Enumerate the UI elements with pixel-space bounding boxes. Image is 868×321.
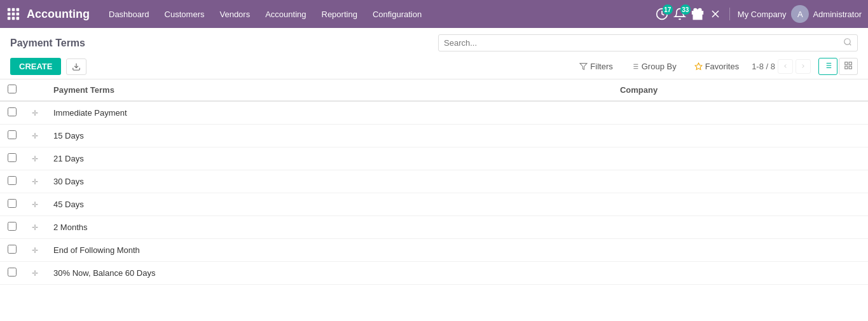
- close-icon[interactable]: [709, 8, 722, 20]
- groupby-button[interactable]: Group By: [626, 59, 682, 74]
- view-toggle: [818, 58, 858, 75]
- gift-icon[interactable]: [691, 8, 704, 20]
- table-row[interactable]: ✛ 30% Now, Balance 60 Days: [0, 262, 868, 285]
- row-checkbox[interactable]: [8, 107, 17, 116]
- table-header-row: Payment Terms Company: [0, 79, 868, 101]
- pagination-text: 1-8 / 8: [752, 62, 775, 71]
- row-checkbox[interactable]: [8, 176, 17, 185]
- menu-reporting[interactable]: Reporting: [315, 6, 364, 23]
- page-header: Payment Terms: [0, 28, 868, 54]
- bell-badge[interactable]: 33: [673, 8, 686, 20]
- pagination-prev[interactable]: [778, 59, 793, 74]
- table-row[interactable]: ✛ 15 Days: [0, 125, 868, 147]
- drag-handle-icon[interactable]: ✛: [32, 223, 38, 232]
- row-checkbox[interactable]: [8, 245, 17, 254]
- row-checkbox-cell: [0, 216, 24, 239]
- row-payment-term-name: End of Following Month: [46, 239, 612, 262]
- svg-rect-5: [17, 13, 20, 16]
- svg-point-14: [844, 39, 850, 44]
- drag-handle-icon[interactable]: ✛: [32, 246, 38, 255]
- search-bar: [438, 34, 858, 51]
- header-company: Company: [612, 79, 868, 101]
- row-checkbox[interactable]: [8, 153, 17, 162]
- topnav: Accounting Dashboard Customers Vendors A…: [0, 0, 868, 28]
- table-row[interactable]: ✛ 21 Days: [0, 147, 868, 170]
- row-checkbox[interactable]: [8, 222, 17, 231]
- row-checkbox-cell: [0, 170, 24, 193]
- topnav-right: 17 33 My Company A Administrator: [656, 5, 862, 23]
- apps-menu-button[interactable]: [6, 7, 20, 21]
- row-checkbox[interactable]: [8, 199, 17, 208]
- row-checkbox-cell: [0, 147, 24, 170]
- favorites-label: Favorites: [705, 62, 739, 71]
- menu-vendors[interactable]: Vendors: [213, 6, 256, 23]
- download-button[interactable]: [66, 58, 86, 75]
- svg-rect-1: [12, 8, 15, 11]
- row-payment-term-name: 30 Days: [46, 170, 612, 193]
- svg-rect-8: [17, 17, 20, 20]
- toolbar-right: Filters Group By Favorites 1-8 / 8: [574, 58, 858, 75]
- row-company: [612, 147, 868, 170]
- drag-handle-icon[interactable]: ✛: [32, 132, 38, 140]
- create-button[interactable]: CREATE: [10, 58, 61, 75]
- row-company: [612, 170, 868, 193]
- search-icon: [843, 38, 852, 48]
- svg-rect-3: [8, 13, 11, 16]
- svg-rect-32: [849, 62, 851, 65]
- menu-dashboard[interactable]: Dashboard: [102, 6, 156, 23]
- menu-accounting[interactable]: Accounting: [259, 6, 312, 23]
- header-drag-cell: [24, 79, 46, 101]
- pagination-next[interactable]: [796, 59, 811, 74]
- user-name: Administrator: [813, 10, 862, 19]
- brand-title: Accounting: [27, 8, 90, 21]
- row-drag-cell: ✛: [24, 170, 46, 193]
- drag-handle-icon[interactable]: ✛: [32, 109, 38, 118]
- drag-handle-icon[interactable]: ✛: [32, 200, 38, 209]
- row-checkbox[interactable]: [8, 130, 17, 139]
- page-title: Payment Terms: [10, 38, 85, 49]
- svg-rect-0: [8, 8, 11, 11]
- favorites-button[interactable]: Favorites: [689, 59, 744, 74]
- avatar: A: [791, 5, 809, 23]
- header-payment-terms: Payment Terms: [46, 79, 612, 101]
- menu-configuration[interactable]: Configuration: [366, 6, 428, 23]
- row-payment-term-name: 45 Days: [46, 193, 612, 216]
- row-company: [612, 101, 868, 125]
- row-checkbox-cell: [0, 239, 24, 262]
- header-checkbox-cell: [0, 79, 24, 101]
- row-checkbox-cell: [0, 101, 24, 125]
- svg-rect-31: [845, 62, 848, 65]
- payment-terms-table: Payment Terms Company ✛ Immediate Paymen…: [0, 79, 868, 285]
- table-row[interactable]: ✛ 45 Days: [0, 193, 868, 216]
- row-company: [612, 193, 868, 216]
- toolbar: CREATE Filters Group By Favorites 1-8 / …: [0, 54, 868, 79]
- row-payment-term-name: 21 Days: [46, 147, 612, 170]
- row-payment-term-name: 15 Days: [46, 125, 612, 147]
- kanban-view-button[interactable]: [839, 58, 858, 75]
- user-menu[interactable]: A Administrator: [791, 5, 862, 23]
- top-menu: Dashboard Customers Vendors Accounting R…: [102, 6, 656, 23]
- row-checkbox-cell: [0, 125, 24, 147]
- clock-badge[interactable]: 17: [656, 8, 668, 20]
- select-all-checkbox[interactable]: [8, 85, 17, 93]
- table-row[interactable]: ✛ Immediate Payment: [0, 101, 868, 125]
- drag-handle-icon[interactable]: ✛: [32, 177, 38, 186]
- groupby-label: Group By: [642, 62, 677, 71]
- search-input[interactable]: [444, 38, 843, 48]
- drag-handle-icon[interactable]: ✛: [32, 154, 38, 163]
- company-switcher[interactable]: My Company: [738, 10, 787, 19]
- svg-rect-34: [849, 66, 851, 69]
- svg-marker-24: [695, 63, 702, 69]
- drag-handle-icon[interactable]: ✛: [32, 269, 38, 278]
- table-row[interactable]: ✛ End of Following Month: [0, 239, 868, 262]
- filters-button[interactable]: Filters: [574, 59, 617, 74]
- row-drag-cell: ✛: [24, 147, 46, 170]
- bell-count: 33: [680, 4, 691, 15]
- table-row[interactable]: ✛ 2 Months: [0, 216, 868, 239]
- table-row[interactable]: ✛ 30 Days: [0, 170, 868, 193]
- row-checkbox[interactable]: [8, 268, 17, 277]
- row-drag-cell: ✛: [24, 125, 46, 147]
- menu-customers[interactable]: Customers: [158, 6, 211, 23]
- list-view-button[interactable]: [818, 58, 837, 75]
- content-area: Payment Terms CREATE Filters Group By: [0, 28, 868, 321]
